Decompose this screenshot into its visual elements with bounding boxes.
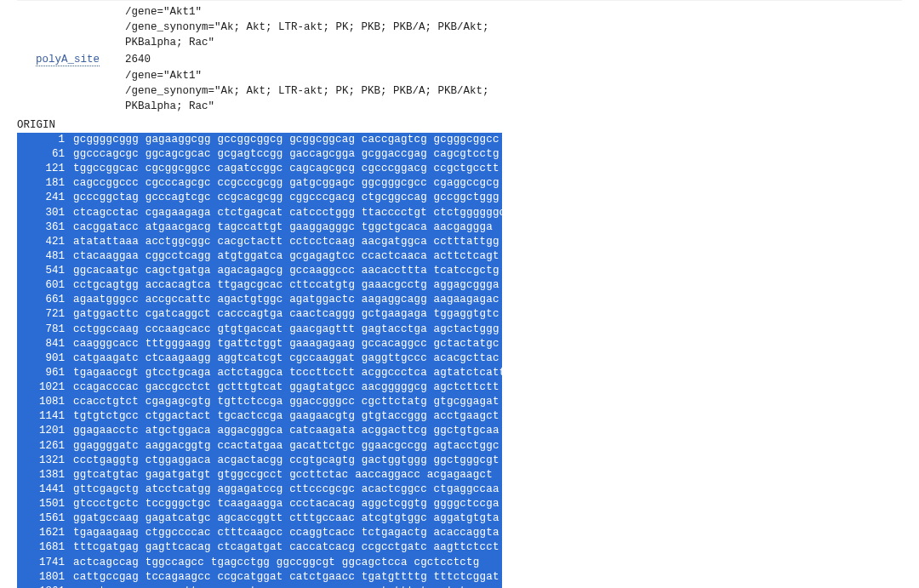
sequence-bases: ggagaacctc atgctggaca aggacgggca catcaag… (73, 424, 499, 438)
sequence-row[interactable]: 301ctcagcctac cgagaagaga ctctgagcat catc… (17, 206, 502, 220)
sequence-row[interactable]: 121tggccggcac cgcggcggcc cagatccggc cagc… (17, 162, 502, 176)
sequence-row[interactable]: 1801cattgccgag tccagaagcc ccgcatggat cat… (17, 570, 502, 585)
sequence-position: 841 (17, 337, 73, 351)
sequence-row[interactable]: 1741actcagccag tggccagcc tgagcctgg ggccg… (17, 556, 502, 570)
sequence-row[interactable]: 1201ggagaacctc atgctggaca aggacgggca cat… (17, 424, 502, 438)
sequence-row[interactable]: 601cctgcagtgg accacagtca ttgagcgcac cttc… (17, 278, 502, 293)
sequence-bases: gcccggctag gcccagtcgc ccgcacgcgg cggcccg… (73, 191, 499, 205)
sequence-row[interactable]: 181cagccggccc cgcccagcgc ccgcccgcgg gatg… (17, 176, 502, 191)
origin-heading: ORIGIN (17, 119, 902, 131)
feature-qualifier: PKBalpha; Rac" (125, 35, 902, 50)
sequence-position: 1321 (17, 454, 73, 468)
sequence-row[interactable]: 1gcggggcggg gagaaggcgg gccggcggcg gcggcg… (17, 133, 502, 147)
sequence-position: 1381 (17, 468, 73, 482)
sequence-row[interactable]: 1021ccagacccac gaccgcctct gctttgtcat gga… (17, 380, 502, 395)
sequence-row[interactable]: 1681tttcgatgag gagttcacag ctcagatgat cac… (17, 540, 502, 555)
sequence-position: 1021 (17, 380, 73, 395)
sequence-position: 1261 (17, 439, 73, 454)
sequence-bases: atatattaaa acctggcggc cacgctactt cctcctc… (73, 235, 499, 249)
feature-key-column: polyA_site (17, 52, 125, 67)
sequence-row[interactable]: 241gcccggctag gcccagtcgc ccgcacgcgg cggc… (17, 191, 502, 205)
sequence-row[interactable]: 361cacggatacc atgaacgacg tagccattgt gaag… (17, 220, 502, 235)
sequence-row[interactable]: 61ggcccagcgc ggcagcgcac gcgagtccgg gacca… (17, 147, 502, 162)
sequence-position: 481 (17, 249, 73, 264)
sequence-bases: tggccggcac cgcggcggcc cagatccggc cagcagc… (73, 162, 499, 176)
sequence-row[interactable]: 961tgagaaccgt gtcctgcaga actctaggca tccc… (17, 366, 502, 380)
sequence-row[interactable]: 1621tgagaagaag ctggccccac ctttcaagcc cca… (17, 526, 502, 540)
sequence-row[interactable]: 1441gttcgagctg atcctcatgg aggagatccg ctt… (17, 482, 502, 497)
sequence-row[interactable]: 1081ccacctgtct cgagagcgtg tgttctccga gga… (17, 395, 502, 409)
sequence-row[interactable]: 1141tgtgtctgcc ctggactact tgcactccga gaa… (17, 409, 502, 424)
feature-table: /gene="Akt1"/gene_synonym="Ak; Akt; LTR-… (17, 4, 902, 114)
sequence-bases: ggcccagcgc ggcagcgcac gcgagtccgg gaccagc… (73, 147, 499, 162)
sequence-bases: tgagaagaag ctggccccac ctttcaagcc ccaggtc… (73, 526, 499, 540)
sequence-bases: tgtgtctgcc ctggactact tgcactccga gaagaac… (73, 409, 499, 424)
sequence-position: 721 (17, 307, 73, 322)
feature-entry: polyA_site2640/gene="Akt1"/gene_synonym=… (17, 52, 902, 114)
sequence-bases: cagccggccc cgcccagcgc ccgcccgcgg gatgcgg… (73, 176, 499, 191)
feature-key-link[interactable]: polyA_site (36, 54, 100, 66)
feature-key-column (17, 35, 125, 50)
sequence-block[interactable]: 1gcggggcggg gagaaggcgg gccggcggcg gcggcg… (17, 133, 902, 588)
feature-line: PKBalpha; Rac" (17, 99, 902, 114)
sequence-position: 1201 (17, 424, 73, 438)
sequence-row[interactable]: 1561ggatgccaag gagatcatgc agcaccggtt ctt… (17, 511, 502, 526)
sequence-row[interactable]: 901catgaagatc ctcaagaagg aggtcatcgt cgcc… (17, 351, 502, 366)
sequence-bases: ccctgaggtg ctggaggaca acgactacgg ccgtgca… (73, 454, 499, 468)
sequence-position: 1621 (17, 526, 73, 540)
feature-qualifier: 2640 (125, 52, 902, 67)
sequence-position: 1681 (17, 540, 73, 555)
sequence-bases: ccacctgtct cgagagcgtg tgttctccga ggaccgg… (73, 395, 499, 409)
sequence-bases: ggtcatgtac gagatgatgt gtggccgcct gccttct… (73, 468, 493, 482)
sequence-position: 1501 (17, 497, 73, 511)
feature-key-column (17, 20, 125, 35)
feature-key-column (17, 99, 125, 114)
sequence-position: 1561 (17, 511, 73, 526)
sequence-position: 181 (17, 176, 73, 191)
feature-qualifier: /gene="Akt1" (125, 4, 902, 20)
sequence-row[interactable]: 481ctacaaggaa cggcctcagg atgtggatca gcga… (17, 249, 502, 264)
sequence-position: 1081 (17, 395, 73, 409)
sequence-position: 301 (17, 206, 73, 220)
top-divider (17, 0, 902, 1)
sequence-row[interactable]: 1321ccctgaggtg ctggaggaca acgactacgg ccg… (17, 454, 502, 468)
sequence-position: 421 (17, 235, 73, 249)
sequence-bases: ggatgccaag gagatcatgc agcaccggtt ctttgcc… (73, 511, 499, 526)
sequence-bases: agaatgggcc accgccattc agactgtggc agatgga… (73, 293, 499, 307)
feature-qualifier: /gene_synonym="Ak; Akt; LTR-akt; PK; PKB… (125, 20, 902, 35)
feature-line: /gene="Akt1" (17, 68, 902, 83)
feature-qualifier: PKBalpha; Rac" (125, 99, 902, 114)
sequence-position: 781 (17, 323, 73, 337)
sequence-position: 241 (17, 191, 73, 205)
sequence-position: 61 (17, 147, 73, 162)
feature-entry: /gene="Akt1"/gene_synonym="Ak; Akt; LTR-… (17, 4, 902, 50)
sequence-position: 1741 (17, 556, 73, 570)
sequence-bases: cacggatacc atgaacgacg tagccattgt gaaggag… (73, 220, 493, 235)
sequence-row[interactable]: 421atatattaaa acctggcggc cacgctactt cctc… (17, 235, 502, 249)
sequence-bases: actcagccag tggccagcc tgagcctgg ggccggcgt… (73, 556, 479, 570)
sequence-row[interactable]: 1501gtccctgctc tccgggctgc tcaagaagga ccc… (17, 497, 502, 511)
sequence-row[interactable]: 661agaatgggcc accgccattc agactgtggc agat… (17, 293, 502, 307)
sequence-position: 901 (17, 351, 73, 366)
sequence-bases: ctcagcctac cgagaagaga ctctgagcat catccct… (73, 206, 505, 220)
feature-key-column (17, 4, 125, 20)
feature-key-column (17, 68, 125, 83)
sequence-position: 1 (17, 133, 73, 147)
sequence-row[interactable]: 1261ggaggggatc aaggacggtg ccactatgaa gac… (17, 439, 502, 454)
sequence-position: 1861 (17, 585, 73, 588)
sequence-row[interactable]: 781cctggccaag cccaagcacc gtgtgaccat gaac… (17, 323, 502, 337)
sequence-row[interactable]: 721gatggacttc cgatcaggct cacccagtga caac… (17, 307, 502, 322)
sequence-bases: cctggccaag cccaagcacc gtgtgaccat gaacgag… (73, 323, 499, 337)
sequence-position: 661 (17, 293, 73, 307)
sequence-position: 121 (17, 162, 73, 176)
sequence-row[interactable]: 1381ggtcatgtac gagatgatgt gtggccgcct gcc… (17, 468, 502, 482)
feature-line: PKBalpha; Rac" (17, 35, 902, 50)
sequence-row[interactable]: 1861gcgctgagga ggaaccttgc cagcctccag gac… (17, 585, 502, 588)
genbank-record: /gene="Akt1"/gene_synonym="Ak; Akt; LTR-… (0, 0, 919, 588)
feature-qualifier: /gene="Akt1" (125, 68, 902, 83)
sequence-bases: ggcacaatgc cagctgatga agacagagcg gccaagg… (73, 264, 499, 278)
sequence-bases: gatggacttc cgatcaggct cacccagtga caactca… (73, 307, 499, 322)
feature-line: /gene_synonym="Ak; Akt; LTR-akt; PK; PKB… (17, 83, 902, 99)
sequence-row[interactable]: 841caagggcacc tttgggaagg tgattctggt gaaa… (17, 337, 502, 351)
sequence-row[interactable]: 541ggcacaatgc cagctgatga agacagagcg gcca… (17, 264, 502, 278)
